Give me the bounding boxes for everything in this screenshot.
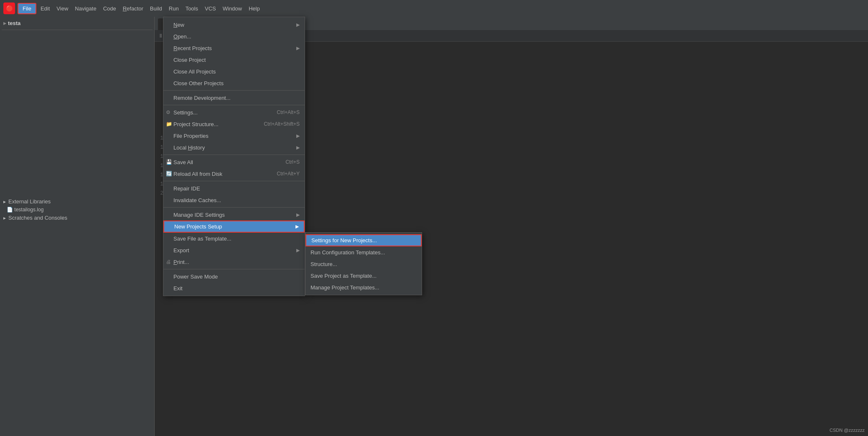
menu-open[interactable]: Open...	[163, 30, 305, 42]
testailogs-file[interactable]: 📄 testailogs.log	[0, 206, 154, 213]
menu-reload-disk[interactable]: 🔄 Reload All from Disk Ctrl+Alt+Y	[163, 168, 305, 180]
tools-menu-item[interactable]: Tools	[182, 4, 201, 13]
build-menu-item[interactable]: Build	[147, 4, 165, 13]
libraries-icon: ▸	[3, 199, 6, 205]
print-icon: 🖨	[166, 259, 171, 265]
submenu-save-project-template[interactable]: Save Project as Template...	[305, 270, 422, 281]
submenu-new-projects: Settings for New Projects... Run Configu…	[305, 232, 422, 295]
menu-file-properties[interactable]: File Properties ▶	[163, 130, 305, 142]
save-icon: 💾	[166, 159, 172, 165]
help-menu-item[interactable]: Help	[245, 4, 263, 13]
submenu-structure[interactable]: Structure...	[305, 258, 422, 270]
menu-save-file-template[interactable]: Save File as Template...	[163, 233, 305, 244]
watermark: CSDN @zzzzzzz	[830, 428, 865, 433]
scratches-consoles-item[interactable]: ▸ Scratches and Consoles	[0, 213, 154, 222]
scratches-icon: ▸	[3, 215, 6, 221]
reload-icon: 🔄	[166, 171, 172, 177]
settings-icon: ⚙	[166, 109, 171, 115]
menu-manage-ide-settings[interactable]: Manage IDE Settings ▶	[163, 209, 305, 221]
menu-local-history[interactable]: Local History ▶	[163, 142, 305, 153]
menu-project-structure[interactable]: 📁 Project Structure... Ctrl+Alt+Shift+S	[163, 118, 305, 130]
menu-save-all[interactable]: 💾 Save All Ctrl+S	[163, 156, 305, 168]
separator-5	[163, 207, 305, 208]
menu-bar: 🔴 File Edit View Navigate Code Refactor …	[0, 0, 868, 17]
submenu-run-config-templates[interactable]: Run Configuration Templates...	[305, 246, 422, 258]
breadcrumb-project: ll	[160, 33, 162, 39]
menu-repair-ide[interactable]: Repair IDE	[163, 183, 305, 194]
menu-new[interactable]: New ▶	[163, 19, 305, 30]
project-title: ▸ testa	[0, 17, 154, 30]
separator-1	[163, 90, 305, 91]
menu-exit[interactable]: Exit	[163, 282, 305, 294]
menu-invalidate-caches[interactable]: Invalidate Caches...	[163, 194, 305, 206]
menu-recent-projects[interactable]: Recent Projects ▶	[163, 42, 305, 54]
edit-menu-item[interactable]: Edit	[37, 4, 53, 13]
code-menu-item[interactable]: Code	[100, 4, 120, 13]
scratches-label: Scratches and Consoles	[8, 215, 67, 221]
menu-close-other-projects[interactable]: Close Other Projects	[163, 77, 305, 89]
menu-print[interactable]: 🖨 Print...	[163, 256, 305, 268]
structure-icon: 📁	[166, 121, 172, 127]
refactor-menu-item[interactable]: Refactor	[120, 4, 147, 13]
vcs-menu-item[interactable]: VCS	[201, 4, 219, 13]
external-libraries-item[interactable]: ▸ External Libraries	[0, 197, 154, 206]
file-menu-item[interactable]: File	[18, 3, 36, 14]
menu-new-projects-setup[interactable]: New Projects Setup ▶	[163, 221, 305, 233]
menu-power-save-mode[interactable]: Power Save Mode	[163, 271, 305, 282]
window-menu-item[interactable]: Window	[219, 4, 245, 13]
menu-close-all-projects[interactable]: Close All Projects	[163, 66, 305, 77]
separator-2	[163, 105, 305, 105]
app-logo: 🔴	[3, 3, 15, 14]
menu-close-project[interactable]: Close Project	[163, 54, 305, 66]
sidebar: Project ▸ testa ▸ External Libraries 📄 t…	[0, 17, 155, 436]
separator-3	[163, 155, 305, 155]
submenu-settings-new-projects[interactable]: Settings for New Projects...	[305, 234, 422, 246]
run-menu-item[interactable]: Run	[165, 4, 182, 13]
separator-4	[163, 181, 305, 181]
submenu-manage-project-templates[interactable]: Manage Project Templates...	[305, 281, 422, 293]
view-menu-item[interactable]: View	[53, 4, 71, 13]
file-menu-dropdown: New ▶ Open... Recent Projects ▶ Close Pr…	[163, 17, 305, 296]
menu-settings[interactable]: ⚙ Settings... Ctrl+Alt+S	[163, 106, 305, 118]
external-libraries-label: External Libraries	[8, 198, 51, 205]
menu-export[interactable]: Export ▶	[163, 244, 305, 256]
file-icon: 📄	[7, 207, 14, 213]
separator-6	[163, 269, 305, 269]
navigate-menu-item[interactable]: Navigate	[71, 4, 99, 13]
menu-remote-development[interactable]: Remote Development...	[163, 92, 305, 104]
